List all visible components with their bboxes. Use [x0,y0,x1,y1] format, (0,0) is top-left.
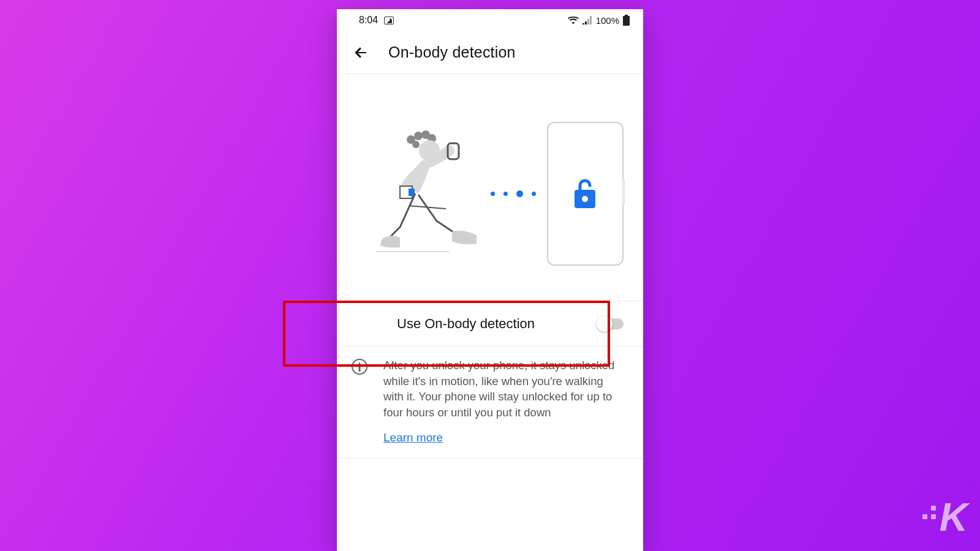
arrow-left-icon [353,45,369,61]
toggle-switch[interactable] [598,318,624,329]
svg-rect-0 [623,16,630,26]
status-left: 8:04 [359,15,394,26]
battery-icon [623,15,630,26]
info-icon [352,359,368,375]
unlock-icon [572,178,598,209]
status-battery: 100% [596,15,619,26]
svg-point-7 [412,141,420,148]
svg-point-4 [414,132,423,140]
status-bar: 8:04 100% [337,9,643,31]
watermark-dots [922,506,936,519]
learn-more-link[interactable]: Learn more [383,431,443,444]
signal-icon [582,16,592,24]
hero-illustration [337,74,643,301]
back-button[interactable] [350,42,371,63]
svg-point-13 [582,196,588,202]
watermark: K [922,495,967,540]
wifi-icon [568,16,579,24]
page-title: On-body detection [388,43,516,61]
runner-illustration [357,126,480,261]
toggle-knob [597,316,612,332]
watermark-letter: K [940,495,967,540]
image-icon [384,17,394,24]
status-time: 8:04 [359,15,378,26]
phone-frame: 8:04 100% On-body detection [337,9,643,551]
svg-rect-1 [625,15,628,16]
background: 8:04 100% On-body detection [0,0,980,551]
on-body-detection-toggle-row[interactable]: Use On-body detection [337,301,643,347]
toggle-label: Use On-body detection [397,316,535,332]
info-text: After you unlock your phone, it stays un… [383,358,624,420]
motion-dots [491,190,536,197]
status-right: 100% [568,15,630,26]
app-bar: On-body detection [337,31,643,74]
info-section: After you unlock your phone, it stays un… [337,347,643,459]
phone-illustration [547,122,624,266]
